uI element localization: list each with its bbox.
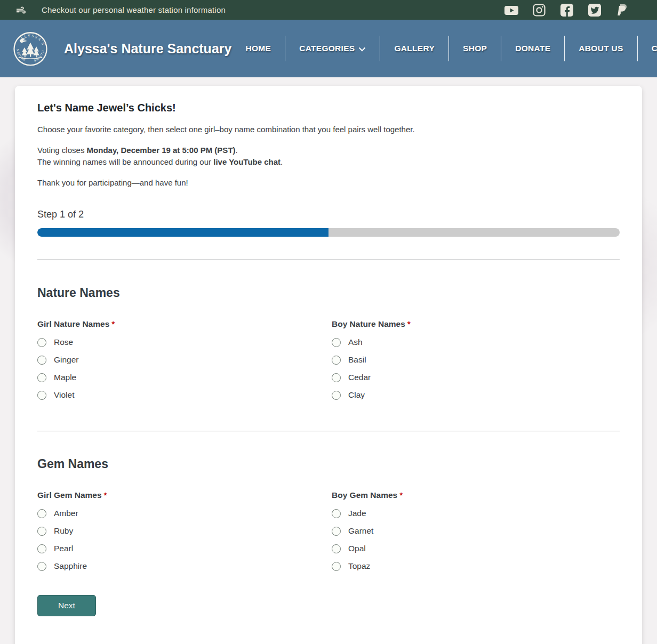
- nav-item-shop[interactable]: SHOP: [448, 36, 501, 61]
- topbar-message[interactable]: Checkout our personal weather station in…: [42, 5, 226, 14]
- radio-input[interactable]: [332, 391, 341, 400]
- twitter-icon[interactable]: [587, 2, 603, 18]
- radio-option-garnet[interactable]: Garnet: [332, 526, 373, 536]
- group-label: Boy Gem Names*: [332, 490, 620, 500]
- radio-option-basil[interactable]: Basil: [332, 355, 366, 365]
- radio-input[interactable]: [332, 509, 341, 518]
- radio-input[interactable]: [37, 527, 46, 536]
- nav-item-categories[interactable]: CATEGORIES: [285, 36, 380, 61]
- nav-item-gallery[interactable]: GALLERY: [380, 36, 448, 61]
- section-divider: [37, 431, 620, 431]
- group-girl-gem-names: Girl Gem Names* Amber Ruby Pearl Sapphir…: [37, 490, 325, 579]
- nav-item-donate[interactable]: DONATE: [501, 36, 564, 61]
- main-navbar: ALYSSA'S NATURESANCTUARY Alyssa's Nature…: [0, 20, 657, 77]
- form-card: Let's Name Jewel’s Chicks! Choose your f…: [15, 86, 642, 644]
- chevron-down-icon: [358, 46, 366, 52]
- radio-input[interactable]: [332, 562, 341, 571]
- radio-option-maple[interactable]: Maple: [37, 373, 76, 382]
- radio-input[interactable]: [37, 509, 46, 518]
- group-label: Boy Nature Names*: [332, 319, 620, 329]
- voting-info: Voting closes Monday, December 19 at 5:0…: [37, 144, 620, 168]
- nav-item-home[interactable]: HOME: [231, 36, 285, 61]
- radio-input[interactable]: [332, 338, 341, 347]
- radio-option-violet[interactable]: Violet: [37, 390, 75, 400]
- radio-option-ginger[interactable]: Ginger: [37, 355, 79, 365]
- instagram-icon[interactable]: [531, 2, 547, 18]
- radio-input[interactable]: [332, 544, 341, 553]
- radio-option-ash[interactable]: Ash: [332, 337, 363, 347]
- radio-input[interactable]: [332, 527, 341, 536]
- radio-option-amber[interactable]: Amber: [37, 509, 78, 518]
- thanks-line: Thank you for participating—and have fun…: [37, 177, 620, 189]
- progress-fill: [37, 228, 328, 237]
- top-utility-bar: Checkout our personal weather station in…: [0, 0, 657, 20]
- required-asterisk: *: [111, 319, 115, 328]
- step-indicator: Step 1 of 2: [37, 209, 620, 220]
- form-title: Let's Name Jewel’s Chicks!: [37, 102, 620, 114]
- nav-menu: HOME CATEGORIES GALLERY SHOP DONATE ABOU…: [231, 36, 657, 61]
- group-girl-nature-names: Girl Nature Names* Rose Ginger Maple Vio…: [37, 319, 325, 408]
- youtube-icon[interactable]: [503, 2, 519, 18]
- group-label: Girl Nature Names*: [37, 319, 325, 329]
- radio-option-cedar[interactable]: Cedar: [332, 373, 371, 382]
- radio-input[interactable]: [37, 373, 46, 382]
- required-asterisk: *: [104, 490, 107, 500]
- radio-option-ruby[interactable]: Ruby: [37, 526, 73, 536]
- radio-input[interactable]: [37, 356, 46, 365]
- section-title: Nature Names: [37, 286, 620, 300]
- radio-option-rose[interactable]: Rose: [37, 337, 73, 347]
- radio-input[interactable]: [332, 356, 341, 365]
- radio-option-sapphire[interactable]: Sapphire: [37, 561, 87, 571]
- facebook-icon[interactable]: [559, 2, 575, 18]
- group-boy-nature-names: Boy Nature Names* Ash Basil Cedar Clay: [332, 319, 620, 408]
- progress-bar: [37, 228, 620, 237]
- wind-icon: [15, 4, 28, 17]
- radio-input[interactable]: [37, 338, 46, 347]
- site-title[interactable]: Alyssa's Nature Sanctuary: [64, 41, 231, 57]
- radio-input[interactable]: [37, 562, 46, 571]
- announcement-line: The winning names will be announced duri…: [37, 156, 620, 168]
- nav-item-about-us[interactable]: ABOUT US: [564, 36, 637, 61]
- radio-option-jade[interactable]: Jade: [332, 509, 366, 518]
- radio-option-topaz[interactable]: Topaz: [332, 561, 370, 571]
- radio-option-opal[interactable]: Opal: [332, 544, 366, 553]
- sanctuary-logo[interactable]: ALYSSA'S NATURESANCTUARY: [11, 28, 50, 69]
- radio-input[interactable]: [37, 544, 46, 553]
- radio-input[interactable]: [37, 391, 46, 400]
- section-divider: [37, 260, 620, 260]
- section-gem-names: Gem Names Girl Gem Names* Amber Ruby Pea…: [37, 457, 620, 579]
- form-intro: Choose your favorite category, then sele…: [37, 124, 620, 136]
- voting-closes-line: Voting closes Monday, December 19 at 5:0…: [37, 144, 620, 157]
- next-button[interactable]: Next: [37, 595, 96, 616]
- radio-option-clay[interactable]: Clay: [332, 390, 365, 400]
- radio-input[interactable]: [332, 373, 341, 382]
- section-nature-names: Nature Names Girl Nature Names* Rose Gin…: [37, 286, 620, 408]
- nav-item-contact[interactable]: CONTACT: [637, 36, 657, 61]
- group-boy-gem-names: Boy Gem Names* Jade Garnet Opal Topaz: [332, 490, 620, 579]
- required-asterisk: *: [407, 319, 411, 328]
- required-asterisk: *: [399, 490, 403, 500]
- social-links: [503, 2, 642, 18]
- radio-option-pearl[interactable]: Pearl: [37, 544, 73, 553]
- paypal-icon[interactable]: [614, 2, 630, 18]
- group-label: Girl Gem Names*: [37, 490, 325, 500]
- section-title: Gem Names: [37, 457, 620, 471]
